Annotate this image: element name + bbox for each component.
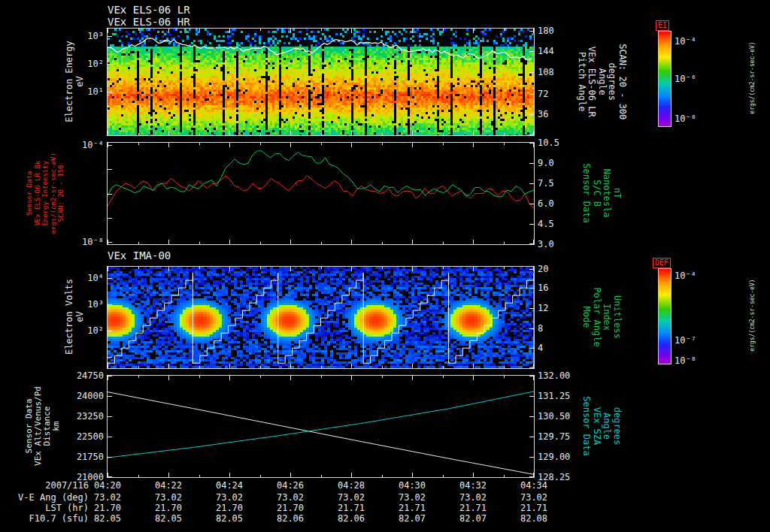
table-row-label-lst: LST (hr) bbox=[0, 503, 89, 513]
table-value: 21.70 bbox=[269, 503, 311, 513]
ima-title: VEx IMA-00 bbox=[108, 249, 171, 261]
axis-tick-label: 10⁻⁸ bbox=[65, 237, 104, 247]
time-tick-label: 04:24 bbox=[208, 480, 250, 491]
table-value: 73.02 bbox=[513, 492, 555, 503]
table-value: 21.71 bbox=[513, 503, 555, 513]
time-tick-label: 04:32 bbox=[452, 480, 494, 491]
intensity-bfield-canvas bbox=[108, 143, 534, 244]
table-row-values-f107: 82.0582.0582.0582.0682.0682.0782.0782.08 bbox=[108, 513, 534, 524]
els-spectrogram-panel bbox=[107, 28, 535, 136]
table-value: 21.70 bbox=[147, 503, 189, 513]
axis-tick-label: 22500 bbox=[65, 431, 104, 442]
axis-tick-label: 108 bbox=[538, 67, 572, 77]
axis-tick-label: 144 bbox=[538, 46, 572, 56]
axis-tick-label: 8 bbox=[538, 323, 572, 334]
table-value: 73.02 bbox=[452, 492, 494, 503]
table-value: 82.05 bbox=[208, 513, 250, 524]
ima-spectrogram-panel bbox=[107, 266, 535, 369]
axis-tick-label: 24000 bbox=[65, 391, 104, 401]
time-tick-label: 04:22 bbox=[147, 480, 189, 491]
axis-tick-label: 72 bbox=[538, 89, 572, 99]
time-tick-label: 04:20 bbox=[86, 480, 129, 491]
axis-tick-label: 21750 bbox=[65, 452, 104, 462]
els-left-tick-labels: 10³10²10¹ bbox=[65, 29, 104, 135]
table-value: 21.71 bbox=[330, 503, 372, 513]
colorbar-tick-label: 10⁻⁴ bbox=[675, 271, 708, 281]
table-value: 82.05 bbox=[86, 513, 129, 524]
vex-multi-panel-plot: VEx ELS-06 LR VEx ELS-06 HR VEx IMA-00 E… bbox=[0, 0, 770, 532]
table-value: 73.02 bbox=[391, 492, 433, 503]
table-value: 73.02 bbox=[269, 492, 311, 503]
table-value: 21.70 bbox=[208, 503, 250, 513]
altitude-sza-canvas bbox=[108, 376, 534, 477]
colorbar-tick-label: 10⁻⁶ bbox=[675, 74, 708, 84]
axis-tick-label: 129.00 bbox=[538, 452, 572, 462]
axis-tick-label: 3.0 bbox=[538, 239, 572, 249]
colorbar-tick-label: 10⁻⁷ bbox=[675, 335, 708, 346]
table-value: 82.05 bbox=[147, 513, 189, 524]
ima-left-tick-labels: 10⁴10³10² bbox=[65, 267, 104, 368]
time-axis-labels: 04:2004:2204:2404:2604:2804:3004:3204:34 bbox=[108, 480, 534, 491]
table-value: 73.02 bbox=[147, 492, 189, 503]
ima-colorbar-ticks: 10⁻⁴10⁻⁷10⁻⁸ bbox=[675, 269, 708, 364]
table-value: 73.02 bbox=[330, 492, 372, 503]
els-colorbar-units-label: ergs/(cm2-sr-sec-eV) bbox=[749, 0, 756, 191]
time-tick-label: 04:30 bbox=[391, 480, 433, 491]
table-row-label-f107: F10.7 (sfu) bbox=[0, 513, 89, 524]
ima-colorbar bbox=[658, 268, 671, 364]
axis-tick-label: 6.0 bbox=[538, 198, 572, 209]
sza-right-tick-labels: 132.00131.25130.50129.75129.00128.25 bbox=[538, 376, 572, 477]
table-row-values-veang: 73.0273.0273.0273.0273.0273.0273.0273.02 bbox=[108, 492, 534, 503]
axis-tick-label: 131.25 bbox=[538, 391, 572, 401]
table-value: 82.06 bbox=[269, 513, 311, 524]
axis-tick-label: 180 bbox=[538, 26, 572, 36]
ima-right-tick-labels: 20161284 bbox=[538, 267, 572, 368]
axis-tick-label: 10² bbox=[65, 59, 104, 69]
axis-tick-label: 132.00 bbox=[538, 370, 572, 381]
time-tick-label: 04:26 bbox=[269, 480, 311, 491]
date-label: 2007/116 bbox=[0, 480, 89, 491]
intensity-bfield-panel bbox=[107, 142, 535, 245]
table-value: 73.02 bbox=[208, 492, 250, 503]
els-colorbar-label: EI bbox=[656, 20, 669, 31]
table-row-values-lst: 21.7021.7021.7021.7021.7121.7121.7121.71 bbox=[108, 503, 534, 513]
time-tick-label: 04:34 bbox=[513, 480, 555, 491]
axis-tick-label: 10¹ bbox=[65, 86, 104, 97]
axis-tick-label: 12 bbox=[538, 303, 572, 313]
table-value: 82.07 bbox=[391, 513, 433, 524]
colorbar-tick-label: 10⁻⁴ bbox=[675, 36, 708, 47]
bfield-right-tick-labels: 10.59.07.56.04.53.0 bbox=[538, 143, 572, 244]
axis-tick-label: 23250 bbox=[65, 411, 104, 422]
axis-tick-label: 7.5 bbox=[538, 178, 572, 189]
axis-tick-label: 10.5 bbox=[538, 138, 572, 148]
ima-colorbar-units-label: ergs/(cm2-sr-sec-eV) bbox=[749, 203, 756, 428]
intensity-left-tick-labels: 10⁻⁴10⁻⁸ bbox=[65, 143, 104, 244]
table-value: 21.71 bbox=[391, 503, 433, 513]
axis-tick-label: 4 bbox=[538, 343, 572, 353]
els-right-tick-labels: 1801441087236 bbox=[538, 29, 572, 135]
ima-colorbar-label: DEF bbox=[653, 258, 671, 268]
colorbar-tick-label: 10⁻⁸ bbox=[675, 113, 708, 124]
axis-tick-label: 36 bbox=[538, 109, 572, 119]
altitude-sza-panel bbox=[107, 375, 535, 478]
axis-tick-label: 16 bbox=[538, 283, 572, 293]
axis-tick-label: 24750 bbox=[65, 370, 104, 381]
colorbar-tick-label: 10⁻⁸ bbox=[675, 355, 708, 366]
els-colorbar bbox=[658, 31, 671, 127]
table-value: 73.02 bbox=[86, 492, 129, 503]
axis-tick-label: 10⁴ bbox=[65, 273, 104, 283]
axis-tick-label: 10² bbox=[65, 325, 104, 336]
axis-tick-label: 130.50 bbox=[538, 411, 572, 422]
axis-tick-label: 20 bbox=[538, 264, 572, 274]
els-hr-title: VEx ELS-06 HR bbox=[108, 16, 190, 28]
altitude-left-tick-labels: 247502400023250225002175021000 bbox=[65, 376, 104, 477]
axis-tick-label: 10³ bbox=[65, 299, 104, 310]
axis-tick-label: 129.75 bbox=[538, 431, 572, 442]
time-tick-label: 04:28 bbox=[330, 480, 372, 491]
table-value: 82.06 bbox=[330, 513, 372, 524]
axis-tick-label: 10³ bbox=[65, 31, 104, 41]
ima-spectrogram-canvas bbox=[108, 267, 534, 368]
table-value: 82.08 bbox=[513, 513, 555, 524]
table-value: 21.71 bbox=[452, 503, 494, 513]
axis-tick-label: 10⁻⁴ bbox=[65, 140, 104, 150]
